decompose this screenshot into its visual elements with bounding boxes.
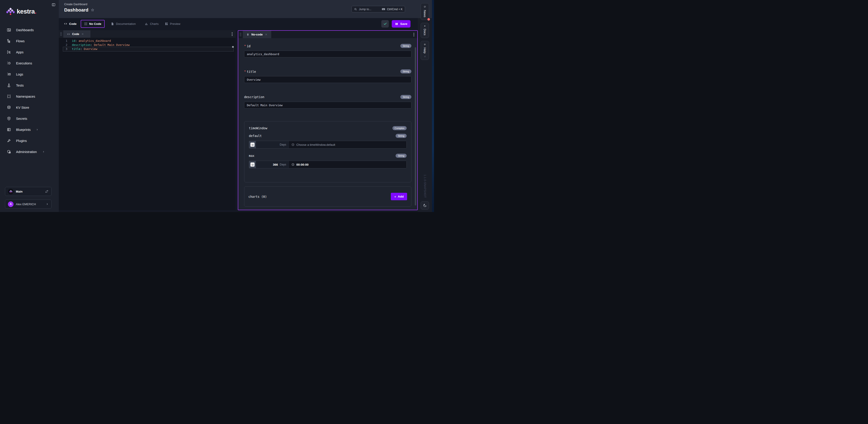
kestra-app: kestra. Dashboards Flows Apps Executions [0, 0, 434, 212]
type-badge: String [400, 44, 411, 48]
kestra-logo-mark [6, 8, 15, 15]
code-panel-menu-icon[interactable] [229, 30, 236, 38]
moon-icon [423, 204, 427, 208]
sidebar-item-label: Flows [16, 39, 25, 43]
drag-handle-icon[interactable] [59, 30, 63, 38]
help-tab[interactable]: Help [421, 41, 429, 60]
apps-icon [7, 50, 11, 54]
save-button[interactable]: Save [392, 20, 410, 28]
topbar: Create Dashboard Dashboard Jump to... Ct… [59, 0, 418, 18]
code-icon [64, 22, 67, 26]
news-tab[interactable]: News [421, 3, 429, 20]
no-code-panel-menu-icon[interactable] [410, 31, 417, 38]
document-icon [111, 22, 114, 26]
sidebar-item-label: Namespaces [16, 95, 35, 98]
sidebar-item-label: Dashboards [16, 28, 34, 32]
code-editor[interactable]: 1 id:analytics_dashboard 2 description:D… [59, 38, 236, 210]
clock-icon [291, 163, 294, 166]
flows-icon [7, 39, 11, 43]
id-input[interactable] [244, 51, 411, 57]
logo-text: kestra [17, 8, 35, 15]
logs-icon [7, 72, 11, 77]
field-label-id: *id [244, 44, 250, 48]
sidebar-item-administration[interactable]: Administration [0, 146, 59, 157]
unit-label: Days [280, 163, 286, 166]
required-marker: * [244, 44, 246, 48]
sidebar-item-dashboards[interactable]: Dashboards [0, 24, 59, 35]
title-input[interactable] [244, 76, 411, 83]
type-badge: Complex [393, 126, 407, 130]
expression-toggle-button[interactable]: {} [249, 141, 256, 148]
theme-toggle-button[interactable] [421, 201, 429, 210]
line-number: 3 [59, 47, 69, 51]
sidebar-item-blueprints[interactable]: Blueprints [0, 124, 59, 135]
sidebar-item-flows[interactable]: Flows [0, 35, 59, 47]
default-days-field[interactable]: Days [256, 141, 289, 148]
timewindow-section: timeWindow Complex default String {} Day… [244, 121, 411, 182]
field-label-max: max [249, 154, 254, 157]
kv-store-icon [7, 105, 11, 110]
sidebar-item-label: Administration [16, 150, 37, 154]
max-days-field[interactable]: 366 Days [256, 161, 289, 168]
description-input[interactable] [244, 102, 411, 109]
charts-section: charts (0) + Add [244, 186, 411, 207]
scrollbar-thumb[interactable] [415, 47, 416, 206]
tab-preview[interactable]: Preview [165, 22, 180, 26]
user-menu[interactable]: A Alex EMERICH [5, 200, 52, 209]
max-days-value: 366 [273, 163, 278, 166]
preview-grid-icon [165, 22, 168, 26]
tab-code[interactable]: Code [64, 22, 76, 26]
tab-charts[interactable]: Charts [145, 22, 158, 26]
sidebar-item-apps[interactable]: Apps [0, 47, 59, 58]
validate-button[interactable] [381, 20, 389, 28]
namespaces-icon [7, 94, 11, 98]
sidebar-item-tests[interactable]: Tests [0, 80, 59, 91]
sidebar-nav: Dashboards Flows Apps Executions Logs Te… [0, 24, 59, 157]
bar-chart-icon [145, 22, 148, 26]
close-icon[interactable] [81, 33, 84, 35]
sidebar-item-label: Blueprints [16, 128, 31, 131]
code-icon [67, 33, 70, 36]
sidebar-item-label: KV Store [16, 106, 29, 110]
tab-documentation[interactable]: Documentation [111, 22, 135, 26]
workspace: Code 1 id:analytics_dashboard 2 descript… [59, 29, 418, 212]
sidebar-item-secrets[interactable]: Secrets [0, 113, 59, 124]
breadcrumb[interactable]: Create Dashboard [64, 3, 418, 6]
sidebar-item-namespaces[interactable]: Namespaces [0, 91, 59, 102]
version-label: 1.1.0-SNAPSHOT [418, 175, 432, 199]
jump-to-search[interactable]: Jump to... Ctrl/Cmd + K [351, 6, 405, 12]
sidebar-item-plugins[interactable]: Plugins [0, 135, 59, 146]
sidebar-item-kv-store[interactable]: KV Store [0, 102, 59, 113]
chevron-right-icon [46, 203, 49, 206]
switch-tenant-icon [45, 190, 49, 193]
no-code-editor-tab[interactable]: No-code [243, 31, 271, 38]
tenant-selector[interactable]: Main [5, 187, 52, 196]
kestra-logo[interactable]: kestra. [6, 8, 36, 15]
line-number: 2 [59, 43, 69, 47]
code-panel: Code 1 id:analytics_dashboard 2 descript… [59, 30, 236, 210]
timewindow-default-input: {} Days Choose a timeWindow.default [249, 141, 407, 149]
sidebar-item-logs[interactable]: Logs [0, 69, 59, 80]
default-time-field[interactable]: Choose a timeWindow.default [289, 141, 406, 148]
code-editor-tab[interactable]: Code [63, 30, 90, 38]
help-label: Help [423, 48, 427, 54]
docs-icon [423, 25, 427, 27]
sidebar-item-executions[interactable]: Executions [0, 58, 59, 69]
close-icon[interactable] [265, 33, 268, 36]
max-time-field[interactable]: 00:00:00 [289, 161, 406, 168]
logo-dot: . [35, 8, 37, 15]
add-chart-button[interactable]: + Add [391, 193, 407, 200]
sidebar-collapse-icon[interactable] [51, 2, 56, 7]
sidebar-item-label: Plugins [16, 139, 27, 143]
expression-toggle-button[interactable]: {} [249, 161, 256, 168]
docs-tab[interactable]: Docs [421, 23, 429, 38]
drag-handle-icon[interactable] [238, 31, 243, 38]
tests-icon [7, 83, 11, 88]
favorite-star-icon[interactable] [91, 8, 94, 12]
news-icon [423, 6, 427, 8]
no-code-panel: No-code *id String [238, 30, 418, 210]
max-time-value: 00:00:00 [296, 163, 309, 166]
external-link-icon [423, 56, 427, 57]
tab-no-code[interactable]: No Code [81, 20, 105, 28]
sidebar-item-label: Executions [16, 61, 32, 65]
